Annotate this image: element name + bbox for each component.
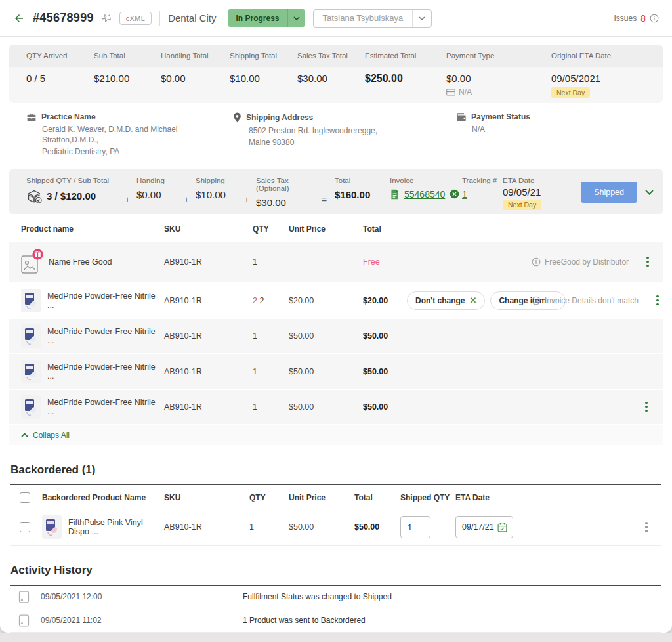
product-name: FifthPulse Pink Vinyl Dispo ... [68, 518, 159, 536]
kebab-menu[interactable] [654, 293, 662, 309]
eta-group: ETA Date 09/05/21 Next Day [503, 177, 566, 210]
product-unit-price: $50.00 [289, 402, 363, 412]
assignee-dropdown-label: Tatsiana Tsybulskaya [314, 13, 413, 23]
handling-group: Handing $0.00 [136, 177, 184, 200]
kebab-menu[interactable] [642, 399, 650, 415]
eta-date-input[interactable]: 09/17/21 [455, 516, 513, 538]
mismatch-actions: Don't change ✕ Change item ↓↑ [407, 291, 532, 310]
invoice-group: Invoice 55468540 [390, 177, 462, 200]
close-icon: ✕ [470, 295, 477, 305]
collapse-all-link[interactable]: Collaps All [9, 425, 663, 445]
payment-status-value: N/A [472, 124, 662, 135]
product-row: Name Free Good AB910-1R 1 Free FreeGood … [9, 242, 663, 282]
col-shipped-qty: Shipped QTY [400, 493, 455, 502]
product-thumbnail [21, 289, 41, 312]
card-icon [446, 89, 455, 96]
practice-name-line2: Pediatric Dentistry, PA [42, 146, 233, 157]
product-name: MedPride Powder-Free Nitrile ... [47, 327, 159, 345]
customer-name: Dental City [168, 12, 216, 24]
row-note: Invoice Details don't match [532, 296, 648, 305]
shipped-qty-label: Shipped QTY / Sub Total [26, 177, 125, 184]
total-value: $160.00 [335, 189, 390, 200]
calendar-icon [497, 523, 507, 532]
handling-value: $0.00 [136, 189, 184, 200]
chevron-down-icon [288, 16, 305, 20]
products-header-row: Product name SKU QTY Unit Price Total [9, 218, 663, 240]
product-row: MedPride Powder-Free Nitrile ... AB910-1… [9, 390, 663, 424]
collapse-all-label: Collaps All [33, 431, 70, 440]
select-all-checkbox[interactable] [20, 492, 30, 503]
kebab-menu[interactable] [642, 519, 650, 535]
col-qty: QTY [253, 225, 289, 234]
shipping-total-value: $10.00 [230, 73, 260, 84]
backordered-section: Backordered (1) Backordered Product Name… [10, 463, 662, 546]
shipment-actions: Shipped [566, 177, 654, 203]
payment-type-na: N/A [459, 87, 472, 96]
payment-type-sub: N/A [446, 87, 551, 96]
briefcase-icon [26, 112, 37, 121]
product-row: MedPride Powder-Free Nitrile ... AB910-1… [9, 354, 663, 389]
row-note-text: Invoice Details don't match [545, 296, 639, 305]
order-detail-page: #45678999 cXML Dental City In Progress T… [0, 0, 672, 633]
activity-row: 09/05/2021 12:00 Fullfilment Status was … [10, 586, 662, 609]
eta-label: ETA Date [503, 177, 566, 184]
product-sku: AB910-1R [164, 523, 249, 532]
product-thumbnail [21, 360, 41, 383]
shipped-status-button[interactable]: Shipped [581, 182, 637, 203]
info-icon [532, 257, 541, 267]
summary-label: Handling Total [161, 52, 230, 60]
shipping-address-line1: 8502 Preston Rd. Inglewoodreregge, [249, 125, 456, 136]
product-sku: AB910-1R [164, 367, 253, 376]
row-note: FreeGood by Distributor [532, 257, 638, 267]
kebab-menu[interactable] [644, 254, 652, 270]
shipped-qty-input[interactable] [400, 516, 430, 538]
pdf-icon [390, 189, 400, 200]
product-thumbnail [42, 515, 62, 539]
summary-label: Original ETA Date [551, 52, 652, 60]
total-label: Total [335, 177, 390, 184]
row-note-text: FreeGood by Distributor [545, 257, 629, 267]
back-arrow-icon[interactable] [13, 12, 25, 24]
col-total: Total [363, 225, 407, 234]
sales-tax-label: Sales Tax (Optional) [256, 177, 322, 192]
summary-label: Sales Tax Total [297, 52, 365, 60]
status-dropdown[interactable]: In Progress [228, 9, 304, 27]
estimated-total-value: $250.00 [365, 73, 403, 84]
product-total: $50.00 [363, 332, 407, 341]
shipping-label: Shipping [196, 177, 244, 184]
assignee-dropdown[interactable]: Tatsiana Tsybulskaya [313, 9, 432, 28]
product-qty: 1 [253, 332, 289, 341]
shipped-qty-group: Shipped QTY / Sub Total 3 / $120.00 [26, 177, 125, 203]
product-qty: 1 [253, 257, 289, 267]
col-qty: QTY [249, 493, 289, 502]
product-sku: AB910-1R [164, 332, 253, 341]
product-row: MedPride Powder-Free Nitrile ... AB910-1… [9, 284, 663, 318]
activity-text: 1 Product was sent to Backordered [243, 616, 656, 625]
remove-invoice-icon[interactable] [450, 189, 459, 199]
payment-type-value: $0.00 [446, 73, 471, 84]
summary-label: Sub Total [94, 52, 161, 60]
shipped-qty-value: 3 / $120.00 [47, 190, 96, 202]
info-icon[interactable] [650, 14, 659, 23]
invoice-link[interactable]: 55468540 [404, 189, 445, 200]
product-sku: AB910-1R [164, 296, 253, 305]
backordered-row: FifthPulse Pink Vinyl Dispo ... AB910-1R… [10, 510, 662, 546]
col-unit-price: Unit Price [289, 225, 363, 234]
product-qty: 1 [249, 523, 289, 532]
equals-operator: = [322, 177, 335, 205]
divider [159, 11, 160, 26]
pin-icon[interactable] [102, 13, 112, 23]
activity-history-title: Activity History [10, 564, 662, 585]
tracking-link[interactable]: 1 [462, 189, 467, 200]
next-day-badge: Next Day [503, 200, 541, 210]
order-info-row: Practice Name Gerald K. Weaver, D.M.D. a… [0, 103, 672, 164]
shipping-value: $10.00 [196, 189, 244, 200]
dont-change-button[interactable]: Don't change ✕ [407, 291, 485, 310]
shipping-group: Shipping $10.00 [196, 177, 244, 200]
product-name: Name Free Good [49, 257, 112, 267]
chevron-down-icon[interactable] [645, 190, 654, 195]
row-checkbox[interactable] [20, 522, 30, 532]
plus-operator: + [244, 177, 256, 205]
issues-indicator: Issues 8 [614, 13, 659, 24]
tracking-label: Tracking # [462, 177, 503, 184]
